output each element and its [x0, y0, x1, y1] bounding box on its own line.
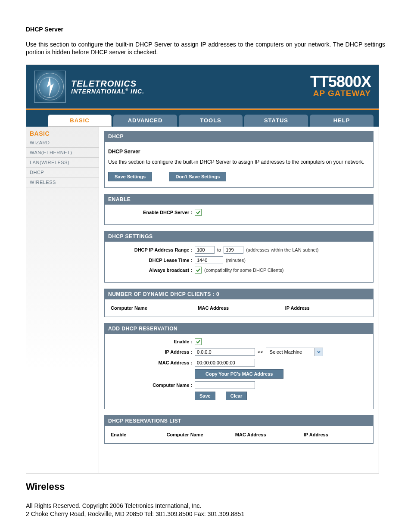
broadcast-note: (compatibility for some DHCP Clients)	[204, 268, 283, 273]
sidebar-item-wizard[interactable]: WIZARD	[26, 138, 99, 148]
dhcp-panel-title: DHCP	[105, 131, 373, 142]
sidebar-item-dhcp[interactable]: DHCP	[26, 168, 99, 177]
reslist-col-enable: Enable	[108, 432, 164, 437]
dhcp-server-heading: DHCP Server	[108, 149, 370, 155]
banner: TELETRONICS INTERNATIONAL® INC. TT5800X …	[26, 65, 379, 109]
dont-save-settings-button[interactable]: Don't Save Settings	[169, 172, 226, 181]
select-machine-label: Select Machine	[266, 348, 314, 356]
range-label: DHCP IP Address Range :	[108, 247, 195, 252]
range-to-word: to	[217, 247, 221, 252]
res-clear-button[interactable]: Clear	[226, 392, 247, 400]
clients-col-mac: MAC Address	[195, 305, 282, 311]
enable-panel-title: ENABLE	[105, 194, 373, 205]
tab-advanced[interactable]: ADVANCED	[113, 115, 177, 127]
clients-panel: NUMBER OF DYNAMIC DHCP CLIENTS : 0 Compu…	[104, 289, 374, 317]
top-tabs: BASIC ADVANCED TOOLS STATUS HELP	[26, 110, 379, 127]
globe-logo-icon	[34, 71, 66, 103]
range-to-input[interactable]	[224, 246, 243, 254]
lease-unit: (minutes)	[226, 258, 246, 263]
next-section-heading: Wireless	[26, 481, 385, 492]
lease-input[interactable]	[195, 256, 223, 264]
reslist-col-ip: IP Address	[301, 432, 370, 437]
tab-basic[interactable]: BASIC	[48, 115, 112, 127]
doc-title: DHCP Server	[26, 26, 385, 33]
clients-col-ip: IP Address	[283, 305, 370, 311]
res-ip-arrow: <<	[258, 349, 263, 355]
res-name-input[interactable]	[195, 381, 255, 389]
select-machine-dropdown[interactable]: Select Machine	[266, 348, 323, 356]
res-enable-checkbox[interactable]	[195, 338, 202, 345]
product-model: TT5800X	[310, 75, 371, 89]
product-subtitle: AP GATEWAY	[310, 89, 371, 98]
brand-line2-text: INTERNATIONAL	[71, 88, 125, 95]
brand-suffix: INC.	[131, 88, 144, 95]
range-note: (addresses within the LAN subnet)	[246, 247, 318, 252]
enable-panel: ENABLE Enable DHCP Server :	[104, 194, 374, 225]
broadcast-label: Always broadcast :	[108, 268, 195, 273]
clients-panel-title: NUMBER OF DYNAMIC DHCP CLIENTS : 0	[105, 289, 373, 299]
res-ip-label: IP Address :	[108, 349, 195, 355]
content-area: DHCP DHCP Server Use this section to con…	[99, 127, 379, 473]
doc-intro: Use this section to configure the built-…	[26, 40, 385, 56]
app-frame: TELETRONICS INTERNATIONAL® INC. TT5800X …	[26, 65, 379, 473]
copyright-text: All Rights Reserved. Copyright 2006 Tele…	[26, 502, 385, 510]
sidebar: BASIC WIZARD WAN(ETHERNET) LAN(WIRELESS)…	[26, 127, 99, 473]
save-settings-button[interactable]: Save Settings	[108, 172, 152, 181]
res-save-button[interactable]: Save	[195, 392, 215, 400]
res-enable-label: Enable :	[108, 339, 195, 344]
dhcp-settings-panel: DHCP SETTINGS DHCP IP Address Range : to…	[104, 231, 374, 283]
brand-line1: TELETRONICS	[71, 79, 144, 88]
add-reservation-panel: ADD DHCP RESERVATION Enable : IP Addres	[104, 323, 374, 409]
dhcp-server-desc: Use this section to configure the built-…	[108, 159, 370, 165]
brand-line2: INTERNATIONAL® INC.	[71, 88, 144, 95]
dhcp-settings-title: DHCP SETTINGS	[105, 231, 373, 242]
res-name-label: Computer Name :	[108, 383, 195, 388]
lease-label: DHCP Lease Time :	[108, 258, 195, 263]
reslist-col-name: Computer Name	[164, 432, 233, 437]
tab-status[interactable]: STATUS	[244, 115, 308, 127]
enable-dhcp-label: Enable DHCP Server :	[108, 210, 195, 215]
copy-pc-mac-button[interactable]: Copy Your PC's MAC Address	[195, 369, 283, 379]
reservations-list-title: DHCP RESERVATIONS LIST	[105, 416, 373, 426]
enable-dhcp-checkbox[interactable]	[195, 209, 202, 216]
range-from-input[interactable]	[195, 246, 215, 254]
tab-tools[interactable]: TOOLS	[179, 115, 243, 127]
sidebar-heading: BASIC	[26, 128, 99, 138]
sidebar-item-wan[interactable]: WAN(ETHERNET)	[26, 148, 99, 158]
reslist-col-mac: MAC Address	[233, 432, 301, 437]
dhcp-panel: DHCP DHCP Server Use this section to con…	[104, 131, 374, 188]
reservations-list-panel: DHCP RESERVATIONS LIST Enable Computer N…	[104, 415, 374, 444]
contact-text: 2 Choke Cherry Road, Rockville, MD 20850…	[26, 510, 385, 518]
sidebar-item-wireless[interactable]: WIRELESS	[26, 177, 99, 187]
broadcast-checkbox[interactable]	[195, 267, 202, 274]
chevron-down-icon	[314, 348, 323, 356]
res-mac-input[interactable]	[195, 359, 255, 367]
tab-help[interactable]: HELP	[310, 115, 374, 127]
sidebar-item-lan[interactable]: LAN(WIRELESS)	[26, 158, 99, 168]
svg-marker-0	[47, 77, 54, 97]
res-mac-label: MAC Address :	[108, 360, 195, 365]
add-reservation-title: ADD DHCP RESERVATION	[105, 324, 373, 334]
res-ip-input[interactable]	[195, 348, 255, 356]
clients-col-computer-name: Computer Name	[108, 305, 195, 311]
